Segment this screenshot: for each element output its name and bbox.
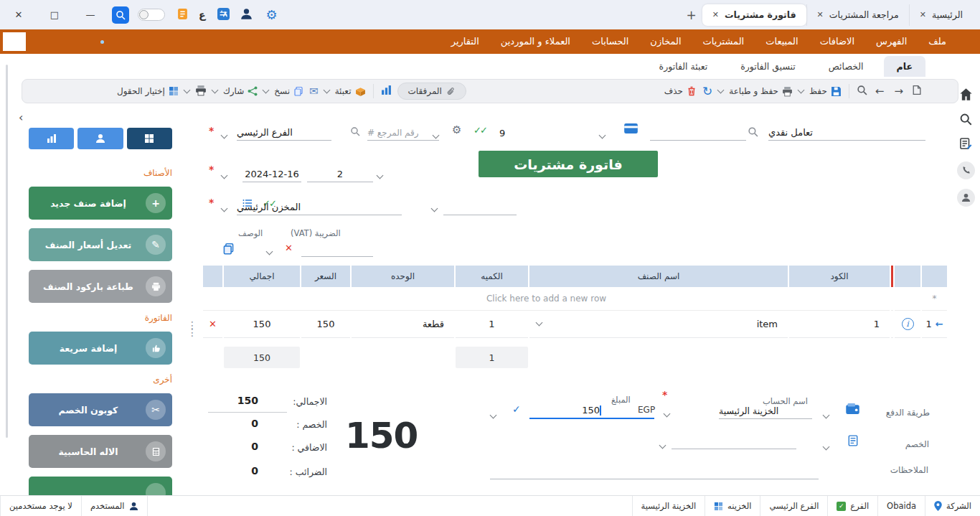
menu-index[interactable]: الفهرس bbox=[865, 29, 918, 54]
menu-addons[interactable]: الاضافات bbox=[809, 29, 865, 54]
duplicate-icon[interactable] bbox=[222, 243, 235, 257]
fill-dropdown-caret[interactable] bbox=[323, 87, 330, 94]
settings-gear-icon[interactable]: ⚙ bbox=[266, 7, 278, 22]
add-new-row[interactable]: * Click here to add a new row bbox=[203, 287, 947, 311]
profile-icon[interactable] bbox=[957, 189, 975, 207]
print-barcode-button[interactable]: طباعة باركود الصنف bbox=[29, 270, 172, 303]
discount-coupon-button[interactable]: ✂ كوبون الخصم bbox=[29, 393, 172, 426]
date-field[interactable]: 2024-12-16 bbox=[242, 164, 301, 182]
cell-price[interactable]: 150 bbox=[301, 311, 350, 338]
form-edit-icon[interactable] bbox=[959, 137, 972, 152]
card-icon[interactable] bbox=[624, 123, 638, 136]
account-name-field[interactable]: الخزينة الرئيسية bbox=[719, 400, 812, 419]
book-field[interactable] bbox=[389, 164, 446, 182]
tab-invoice-format[interactable]: تنسيق الفاتورة bbox=[727, 56, 809, 77]
branch-dropdown-caret[interactable] bbox=[222, 129, 227, 140]
status-treasury-name[interactable]: الخزينة الرئيسية bbox=[632, 496, 705, 516]
contacts-view-button[interactable] bbox=[77, 128, 123, 149]
currency-caret[interactable] bbox=[664, 408, 669, 418]
settings-icon[interactable]: ⚙ bbox=[452, 123, 461, 136]
tab-home[interactable]: ✕ الرئيسية bbox=[909, 4, 973, 26]
new-tab-button[interactable]: + bbox=[687, 8, 697, 22]
menu-accounts[interactable]: الحسابات bbox=[581, 29, 639, 54]
menu-clients-suppliers[interactable]: العملاء و الموردين bbox=[490, 29, 581, 54]
delete-row-button[interactable]: ✕ bbox=[209, 319, 217, 329]
translate-icon[interactable] bbox=[217, 8, 230, 22]
menu-sales[interactable]: المبيعات bbox=[755, 29, 809, 54]
status-user[interactable]: المستخدم bbox=[81, 496, 147, 516]
preview-icon[interactable] bbox=[857, 85, 867, 98]
cell-code[interactable]: 1 bbox=[789, 311, 890, 338]
menu-purchases[interactable]: المشتريات bbox=[692, 29, 755, 54]
discount-account-caret[interactable] bbox=[660, 439, 665, 450]
status-username[interactable]: Obaida bbox=[877, 496, 925, 516]
collapse-sidebar-icon[interactable]: ‹ bbox=[19, 111, 23, 124]
supplier-field[interactable]: تعامل نقدي bbox=[768, 122, 925, 141]
warehouse-dropdown-caret[interactable] bbox=[222, 202, 227, 213]
maximize-window-button[interactable]: □ bbox=[49, 9, 60, 20]
payment-type-caret[interactable] bbox=[600, 129, 605, 140]
tab-general[interactable]: عام bbox=[884, 56, 925, 77]
clear-vat-icon[interactable]: ✕ bbox=[285, 243, 293, 253]
save-print-button[interactable]: حفظ و طباعة bbox=[729, 86, 793, 97]
date-dropdown-caret[interactable] bbox=[222, 169, 227, 180]
scroll-track[interactable] bbox=[6, 65, 8, 438]
copy-button[interactable]: نسخ bbox=[274, 86, 303, 96]
delete-button[interactable]: حذف bbox=[664, 86, 697, 96]
cell-item-name[interactable]: item bbox=[529, 311, 788, 338]
save-button[interactable]: حفظ bbox=[809, 86, 842, 97]
notes-field[interactable] bbox=[490, 461, 819, 479]
supplier-search-icon[interactable] bbox=[748, 126, 758, 139]
payment-method-icon[interactable] bbox=[846, 403, 859, 416]
partial-bottom-button[interactable] bbox=[29, 477, 172, 495]
calculator-button[interactable]: الاله الحاسبية bbox=[29, 435, 172, 468]
forward-icon[interactable]: → bbox=[894, 85, 903, 98]
save-print-dropdown-caret[interactable] bbox=[717, 87, 725, 94]
row-info-icon[interactable]: i bbox=[902, 318, 914, 330]
discount-type-caret[interactable] bbox=[824, 441, 829, 451]
minimize-window-button[interactable]: — bbox=[85, 9, 96, 20]
cell-total[interactable]: 150 bbox=[224, 311, 300, 338]
menu-reports[interactable]: التقارير bbox=[440, 29, 490, 54]
vat-dropdown-caret[interactable] bbox=[267, 245, 272, 256]
edit-item-prices-button[interactable]: ✎ تعديل أسعار الصنف bbox=[29, 228, 172, 261]
attachments-button[interactable]: المرفقات bbox=[397, 83, 466, 100]
invoice-number-field[interactable]: 2 bbox=[307, 164, 373, 182]
number-field[interactable]: 9 bbox=[499, 122, 532, 141]
add-item-button[interactable]: + إضافة صنف جديد bbox=[29, 187, 172, 220]
save-dropdown-caret[interactable] bbox=[798, 87, 805, 94]
print-dropdown-caret[interactable] bbox=[183, 87, 190, 94]
notes-icon[interactable] bbox=[178, 9, 187, 22]
amount-caret[interactable] bbox=[491, 409, 496, 420]
search-icon[interactable] bbox=[959, 113, 972, 128]
project-field[interactable] bbox=[443, 197, 517, 215]
branch-field[interactable]: الفرع الرئيسي bbox=[237, 122, 331, 141]
close-icon[interactable]: ✕ bbox=[817, 10, 824, 19]
home-icon[interactable] bbox=[959, 88, 973, 103]
share-button[interactable]: شارك bbox=[223, 86, 258, 96]
splitter-handle[interactable]: ⋮⋮ bbox=[187, 322, 197, 336]
book-dropdown-caret[interactable] bbox=[377, 169, 382, 180]
cell-quantity[interactable]: 1 bbox=[456, 311, 528, 338]
reference-field[interactable]: رقم المرجع # bbox=[367, 122, 439, 141]
item-dropdown-caret[interactable] bbox=[536, 319, 543, 327]
user-icon[interactable] bbox=[240, 8, 253, 22]
choose-fields-button[interactable]: إختيار الحقول bbox=[117, 86, 179, 96]
share-dropdown-caret[interactable] bbox=[211, 87, 218, 94]
stats-icon[interactable] bbox=[381, 85, 392, 98]
close-icon[interactable]: ✕ bbox=[712, 10, 719, 19]
status-branch[interactable]: الفرع ✓ bbox=[827, 496, 877, 516]
close-window-button[interactable]: ✕ bbox=[13, 9, 24, 20]
print-icon[interactable] bbox=[195, 85, 207, 98]
search-icon[interactable] bbox=[112, 6, 129, 24]
discount-type-icon[interactable] bbox=[847, 435, 859, 449]
close-icon[interactable]: ✕ bbox=[920, 10, 926, 19]
items-view-button[interactable] bbox=[127, 128, 172, 149]
copy-dropdown-caret[interactable] bbox=[263, 87, 270, 94]
tab-properties[interactable]: الخصائص bbox=[816, 56, 877, 77]
back-icon[interactable]: ← bbox=[875, 85, 885, 98]
vat-field[interactable] bbox=[301, 238, 373, 257]
reference-search-icon[interactable] bbox=[350, 126, 360, 139]
language-button[interactable]: ع bbox=[199, 9, 206, 21]
payment-type-field[interactable] bbox=[650, 122, 746, 141]
